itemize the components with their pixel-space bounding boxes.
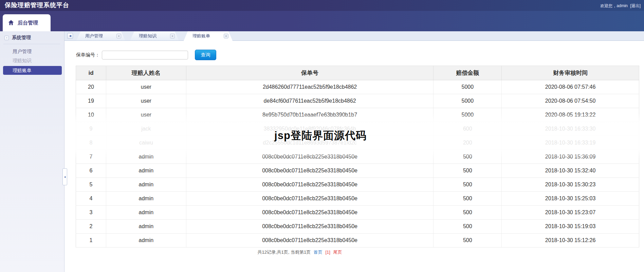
sidebar-item[interactable]: 理赔知识 bbox=[0, 56, 64, 65]
home-icon bbox=[8, 20, 14, 26]
logout-link[interactable]: [退出] bbox=[630, 3, 641, 8]
cell-time: 2018-10-30 15:30:23 bbox=[502, 178, 639, 192]
cell-id: 1 bbox=[76, 234, 106, 248]
sidebar-item[interactable]: 理赔账单 bbox=[3, 66, 62, 75]
pagination-current-page[interactable]: [1] bbox=[325, 250, 330, 255]
cell-policy: 008c0be0dc0711e8cb225e3318b0450e bbox=[186, 234, 434, 248]
table-header: id 理赔人姓名 保单号 赔偿金额 财务审核时间 bbox=[76, 66, 639, 80]
cell-policy: 008c0be0dc0711e8cb225e3318b0450e bbox=[186, 220, 434, 234]
col-id: id bbox=[76, 66, 106, 80]
panel-title: 后台管理 bbox=[18, 20, 38, 26]
table-row: 10user8e95b750d70b11eaaef7e63bb390b1b750… bbox=[76, 108, 639, 122]
table-row: 7admin008c0be0dc0711e8cb225e3318b0450e50… bbox=[76, 150, 639, 164]
sidebar: 后台管理 ˄ 系统管理 用户管理理赔知识理赔账单 bbox=[0, 11, 65, 272]
cell-policy: 008c0be0dc0711e8cb225e3318b0450e bbox=[186, 192, 434, 206]
pagination: 共12记录,共1页, 当前第1页 首页 [1] 尾页 bbox=[76, 249, 524, 255]
collapse-icon[interactable]: ˄ bbox=[4, 36, 9, 40]
cell-amount: 500 bbox=[434, 150, 502, 164]
cell-name: jack bbox=[106, 122, 186, 136]
cell-time: 2018-10-30 15:25:03 bbox=[502, 192, 639, 206]
top-bar: 保险理赔管理系统平台 欢迎您，admin [退出] bbox=[0, 0, 644, 11]
cell-amount: 600 bbox=[434, 122, 502, 136]
cell-policy: 008c0be0dc0711e8cb225e3318b0450e bbox=[186, 150, 434, 164]
search-button[interactable]: 查询 bbox=[195, 50, 216, 60]
cell-amount: 500 bbox=[434, 164, 502, 178]
cell-id: 8 bbox=[76, 136, 106, 150]
welcome-text: 欢迎您，admin bbox=[600, 3, 628, 8]
table-row: 9jack38332950dc0e11e8f92046c078fc364b600… bbox=[76, 122, 639, 136]
close-icon[interactable]: × bbox=[170, 34, 175, 38]
cell-time: 2018-10-30 16:33:19 bbox=[502, 136, 639, 150]
close-icon[interactable]: × bbox=[224, 34, 228, 38]
tab-scroll-left-button[interactable]: ◀ bbox=[67, 33, 73, 39]
cell-time: 2020-08-06 07:57:46 bbox=[502, 80, 639, 94]
cell-name: admin bbox=[106, 206, 186, 220]
cell-id: 3 bbox=[76, 206, 106, 220]
cell-amount: 200 bbox=[434, 136, 502, 150]
col-amount: 赔偿金额 bbox=[434, 66, 502, 80]
cell-id: 19 bbox=[76, 94, 106, 108]
cell-policy: 008c0be0dc0711e8cb225e3318b0450e bbox=[186, 206, 434, 220]
close-icon[interactable]: × bbox=[116, 34, 121, 38]
cell-policy: 8e95b750d70b11eaaef7e63bb390b1b7 bbox=[186, 108, 434, 122]
cell-policy: 2d486260d77711eac52b5f9e18cb4862 bbox=[186, 80, 434, 94]
policy-number-input[interactable] bbox=[102, 51, 188, 60]
cell-time: 2020-08-05 19:13:22 bbox=[502, 108, 639, 122]
sidebar-nav: 用户管理理赔知识理赔账单 bbox=[0, 47, 64, 75]
sidebar-section-header[interactable]: ˄ 系统管理 bbox=[0, 31, 64, 41]
app-title: 保险理赔管理系统平台 bbox=[5, 1, 69, 9]
insurance-claims-app: 保险理赔管理系统平台 欢迎您，admin [退出] 后台管理 ˄ 系统管理 用户… bbox=[0, 0, 644, 272]
cell-id: 6 bbox=[76, 164, 106, 178]
cell-id: 2 bbox=[76, 220, 106, 234]
cell-time: 2018-10-30 15:32:40 bbox=[502, 164, 639, 178]
pagination-last-link[interactable]: 尾页 bbox=[333, 250, 342, 255]
tab-label: 理赔账单 bbox=[192, 33, 224, 39]
chevron-left-icon: ◂ bbox=[64, 175, 66, 178]
table-header-row: id 理赔人姓名 保单号 赔偿金额 财务审核时间 bbox=[76, 66, 639, 80]
table-body: 20user2d486260d77711eac52b5f9e18cb486250… bbox=[76, 80, 639, 248]
cell-id: 5 bbox=[76, 178, 106, 192]
table-row: 19userde84cf60d77611eac52b5f9e18cb486250… bbox=[76, 94, 639, 108]
search-label: 保单编号： bbox=[76, 52, 100, 58]
sidebar-body: ˄ 系统管理 用户管理理赔知识理赔账单 bbox=[0, 31, 65, 272]
cell-time: 2018-10-30 16:33:30 bbox=[502, 122, 639, 136]
cell-amount: 500 bbox=[434, 234, 502, 248]
cell-name: user bbox=[106, 108, 186, 122]
cell-amount: 5000 bbox=[434, 108, 502, 122]
cell-amount: 500 bbox=[434, 192, 502, 206]
panel-collapse-handle[interactable]: ◂ bbox=[62, 168, 67, 185]
cell-name: admin bbox=[106, 150, 186, 164]
cell-amount: 500 bbox=[434, 220, 502, 234]
table-row: 1admin008c0be0dc0711e8cb225e3318b0450e50… bbox=[76, 234, 639, 248]
cell-policy: 008c0be0dc0711e8cb225e3318b0450e bbox=[186, 164, 434, 178]
divider bbox=[3, 44, 60, 44]
chevron-left-icon: ◀ bbox=[69, 34, 71, 37]
cell-name: user bbox=[106, 80, 186, 94]
tab-label: 理赔知识 bbox=[139, 33, 170, 39]
cell-name: admin bbox=[106, 164, 186, 178]
cell-time: 2018-10-30 15:12:26 bbox=[502, 234, 639, 248]
cell-amount: 5000 bbox=[434, 94, 502, 108]
tab[interactable]: 理赔知识× bbox=[130, 32, 179, 40]
cell-time: 2018-10-30 15:23:07 bbox=[502, 206, 639, 220]
pagination-summary: 共12记录,共1页, 当前第1页 bbox=[257, 250, 311, 255]
table-row: 3admin008c0be0dc0711e8cb225e3318b0450e50… bbox=[76, 206, 639, 220]
tab[interactable]: 用户管理× bbox=[76, 32, 125, 40]
pagination-first-link[interactable]: 首页 bbox=[314, 250, 323, 255]
cell-amount: 500 bbox=[434, 206, 502, 220]
cell-policy: de84cf60d77611eac52b5f9e18cb4862 bbox=[186, 94, 434, 108]
cell-amount: 500 bbox=[434, 178, 502, 192]
main-panel: ◀ 用户管理×理赔知识×理赔账单× 保单编号： 查询 id 理赔人姓名 bbox=[65, 31, 644, 272]
sidebar-panel-header[interactable]: 后台管理 bbox=[3, 14, 51, 31]
table-row: 6admin008c0be0dc0711e8cb225e3318b0450e50… bbox=[76, 164, 639, 178]
cell-name: user bbox=[106, 94, 186, 108]
sidebar-item[interactable]: 用户管理 bbox=[0, 47, 64, 56]
search-row: 保单编号： 查询 bbox=[76, 50, 216, 60]
tab[interactable]: 理赔账单× bbox=[184, 31, 233, 41]
claims-table: id 理赔人姓名 保单号 赔偿金额 财务审核时间 20user2d486260d… bbox=[76, 66, 639, 248]
cell-time: 2018-10-30 15:36:09 bbox=[502, 150, 639, 164]
cell-policy: d2c25550dc1d11e8693d597387e1fd2c bbox=[186, 136, 434, 150]
cell-name: admin bbox=[106, 234, 186, 248]
tabs-holder: 用户管理×理赔知识×理赔账单× bbox=[76, 31, 237, 40]
cell-amount: 5000 bbox=[434, 80, 502, 94]
